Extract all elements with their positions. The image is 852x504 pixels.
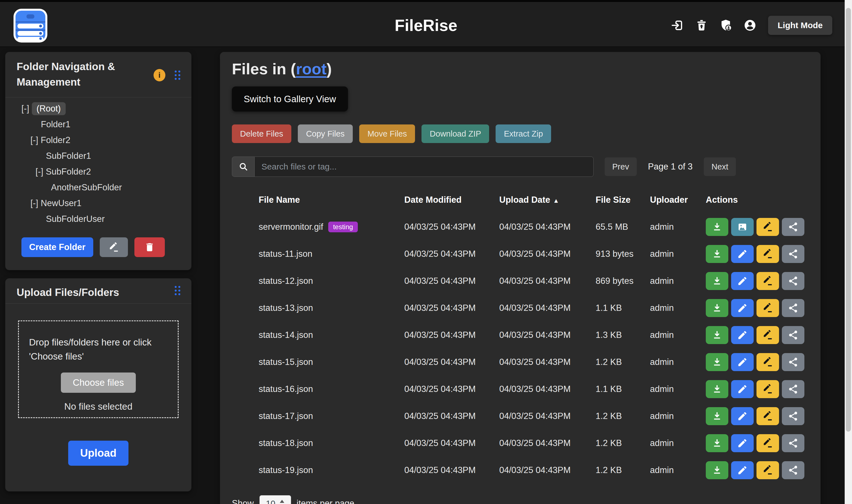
column-upload-date[interactable]: Upload Date▲ bbox=[499, 195, 596, 205]
edit-file-button[interactable] bbox=[731, 353, 754, 371]
file-name[interactable]: status-15.json bbox=[259, 357, 313, 367]
tree-item-label[interactable]: SubFolderUser bbox=[46, 214, 105, 224]
column-file-size[interactable]: File Size bbox=[596, 195, 650, 205]
share-file-button[interactable] bbox=[782, 245, 804, 263]
column-date-modified[interactable]: Date Modified bbox=[404, 195, 499, 205]
rename-tag-button[interactable] bbox=[757, 380, 779, 398]
extract-zip-button[interactable]: Extract Zip bbox=[495, 124, 551, 143]
download-button[interactable] bbox=[706, 326, 728, 344]
info-icon[interactable]: i bbox=[154, 69, 166, 82]
file-name[interactable]: status-17.json bbox=[259, 411, 313, 421]
tree-item[interactable]: [-]NewUser1 bbox=[5, 195, 191, 211]
share-file-button[interactable] bbox=[782, 407, 804, 425]
rename-tag-button[interactable] bbox=[757, 218, 779, 236]
upload-button[interactable]: Upload bbox=[68, 440, 128, 466]
download-button[interactable] bbox=[706, 353, 728, 371]
edit-file-button[interactable] bbox=[731, 407, 754, 425]
tree-expander-icon[interactable]: [-] bbox=[21, 104, 29, 114]
rename-tag-button[interactable] bbox=[757, 272, 779, 290]
tree-expander-icon[interactable]: [-] bbox=[31, 135, 38, 145]
rename-tag-button[interactable] bbox=[757, 353, 779, 371]
tree-item[interactable]: Folder1 bbox=[5, 116, 191, 132]
light-mode-button[interactable]: Light Mode bbox=[768, 16, 832, 35]
tree-item-label[interactable]: Folder2 bbox=[41, 135, 70, 145]
drag-handle-icon[interactable] bbox=[174, 70, 181, 80]
download-zip-button[interactable]: Download ZIP bbox=[421, 124, 489, 143]
download-button[interactable] bbox=[706, 245, 728, 263]
tree-item[interactable]: SubFolderUser bbox=[5, 211, 191, 227]
rename-tag-button[interactable] bbox=[757, 434, 779, 452]
edit-file-button[interactable] bbox=[731, 380, 754, 398]
tree-item[interactable]: SubFolder1 bbox=[5, 148, 191, 164]
delete-folder-button[interactable] bbox=[134, 237, 165, 257]
share-file-button[interactable] bbox=[782, 218, 804, 236]
preview-image-button[interactable] bbox=[731, 218, 754, 236]
rename-tag-button[interactable] bbox=[757, 461, 779, 479]
shield-user-icon[interactable] bbox=[719, 19, 732, 32]
delete-files-button[interactable]: Delete Files bbox=[232, 124, 291, 143]
share-file-button[interactable] bbox=[782, 326, 804, 344]
column-file-name[interactable]: File Name bbox=[259, 195, 404, 205]
column-uploader[interactable]: Uploader bbox=[650, 195, 706, 205]
edit-file-button[interactable] bbox=[731, 326, 754, 344]
share-file-button[interactable] bbox=[782, 380, 804, 398]
scrollbar-thumb[interactable] bbox=[846, 8, 851, 432]
rename-tag-button[interactable] bbox=[757, 326, 779, 344]
file-dropzone[interactable]: Drop files/folders here or click 'Choose… bbox=[18, 320, 179, 418]
prev-page-button[interactable]: Prev bbox=[605, 157, 637, 176]
edit-file-button[interactable] bbox=[731, 245, 754, 263]
choose-files-button[interactable]: Choose files bbox=[61, 373, 136, 393]
root-folder-link[interactable]: root bbox=[296, 60, 327, 78]
download-button[interactable] bbox=[706, 461, 728, 479]
tree-item[interactable]: [-]Folder2 bbox=[5, 132, 191, 148]
edit-file-button[interactable] bbox=[731, 272, 754, 290]
download-button[interactable] bbox=[706, 434, 728, 452]
edit-file-button[interactable] bbox=[731, 434, 754, 452]
share-file-button[interactable] bbox=[782, 461, 804, 479]
rename-tag-button[interactable] bbox=[757, 407, 779, 425]
create-folder-button[interactable]: Create Folder bbox=[21, 237, 93, 257]
tree-item[interactable]: [-](Root) bbox=[5, 101, 191, 116]
rename-tag-button[interactable] bbox=[757, 299, 779, 317]
tree-expander-icon[interactable]: [-] bbox=[35, 167, 44, 177]
scrollbar-track[interactable] bbox=[845, 0, 852, 504]
edit-file-button[interactable] bbox=[731, 299, 754, 317]
download-button[interactable] bbox=[706, 299, 728, 317]
items-per-page-select[interactable]: 10 bbox=[260, 495, 291, 504]
file-name[interactable]: servermonitor.gif bbox=[259, 222, 323, 232]
file-name[interactable]: status-18.json bbox=[259, 438, 313, 448]
rename-tag-button[interactable] bbox=[757, 245, 779, 263]
tree-item-label[interactable]: NewUser1 bbox=[41, 198, 82, 208]
tree-item-label[interactable]: SubFolder1 bbox=[46, 151, 91, 161]
file-name[interactable]: status-11.json bbox=[259, 249, 312, 259]
move-files-button[interactable]: Move Files bbox=[359, 124, 415, 143]
logout-icon[interactable] bbox=[671, 19, 684, 32]
search-input[interactable] bbox=[255, 157, 594, 177]
file-name[interactable]: status-16.json bbox=[259, 384, 313, 394]
restore-trash-icon[interactable] bbox=[695, 19, 708, 32]
account-circle-icon[interactable] bbox=[743, 19, 757, 32]
tree-item[interactable]: AnotherSubFolder bbox=[5, 180, 191, 195]
download-button[interactable] bbox=[706, 407, 728, 425]
tree-item-label[interactable]: (Root) bbox=[32, 102, 66, 115]
tree-item-label[interactable]: Folder1 bbox=[41, 120, 70, 129]
next-page-button[interactable]: Next bbox=[704, 157, 736, 176]
download-button[interactable] bbox=[706, 218, 728, 236]
rename-folder-button[interactable] bbox=[100, 237, 128, 257]
tree-item-label[interactable]: AnotherSubFolder bbox=[51, 182, 122, 193]
file-name[interactable]: status-14.json bbox=[259, 330, 313, 340]
tree-expander-icon[interactable]: [-] bbox=[31, 198, 38, 208]
share-file-button[interactable] bbox=[782, 272, 804, 290]
switch-gallery-view-button[interactable]: Switch to Gallery View bbox=[232, 87, 348, 111]
edit-file-button[interactable] bbox=[731, 461, 754, 479]
download-button[interactable] bbox=[706, 380, 728, 398]
tree-item[interactable]: [-]SubFolder2 bbox=[5, 164, 191, 180]
tree-item-label[interactable]: SubFolder2 bbox=[46, 167, 91, 177]
copy-files-button[interactable]: Copy Files bbox=[298, 124, 353, 143]
file-name[interactable]: status-13.json bbox=[259, 303, 313, 313]
share-file-button[interactable] bbox=[782, 434, 804, 452]
file-name[interactable]: status-12.json bbox=[259, 276, 313, 286]
file-name[interactable]: status-19.json bbox=[259, 465, 313, 475]
share-file-button[interactable] bbox=[782, 299, 804, 317]
download-button[interactable] bbox=[706, 272, 728, 290]
